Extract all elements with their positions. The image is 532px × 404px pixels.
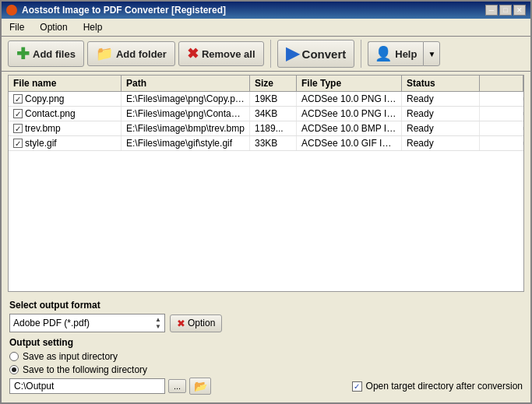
add-folder-icon: 📁 [96, 45, 113, 62]
row-filetype: ACDSee 10.0 PNG Image [297, 92, 402, 106]
menu-bar: File Option Help [2, 19, 530, 37]
row-size: 34KB [250, 107, 297, 121]
window-title: Aostsoft Image to PDF Converter [Registe… [22, 5, 226, 16]
output-format-label: Select output format [9, 300, 523, 311]
radio-row-1: Save as input directory [9, 351, 523, 362]
folder-icon: 📂 [194, 380, 207, 392]
help-button[interactable]: 👤 Help [368, 41, 423, 66]
open-target-checkbox-row: Open target directory after conversion [352, 381, 523, 392]
window-controls: ─ □ ✕ [485, 5, 526, 16]
radio-save-input-dir[interactable] [9, 352, 19, 361]
format-arrows[interactable]: ▲ ▼ [155, 316, 161, 330]
row-path: E:\Files\image\bmp\trev.bmp [122, 121, 250, 135]
radio-save-following-label: Save to the following directory [23, 364, 147, 375]
open-target-checkbox[interactable] [352, 381, 362, 392]
table-row[interactable]: Contact.png E:\Files\image\png\Contact..… [9, 107, 523, 121]
menu-help[interactable]: Help [79, 20, 107, 34]
row-extra [480, 127, 523, 130]
row-status: Ready [402, 136, 480, 150]
help-button-group: 👤 Help ▼ [368, 41, 440, 66]
remove-all-button[interactable]: ✖ Remove all [178, 41, 264, 66]
row-path: E:\Files\image\png\Contact.... [122, 107, 250, 121]
convert-label: Convert [302, 47, 347, 61]
row-filetype: ACDSee 10.0 GIF Image [297, 136, 402, 150]
row-extra [480, 112, 523, 115]
main-window: Aostsoft Image to PDF Converter [Registe… [0, 0, 532, 404]
output-setting: Save as input directory Save to the foll… [9, 351, 523, 395]
open-target-label: Open target directory after conversion [366, 381, 523, 392]
col-header-filename: File name [9, 76, 122, 91]
app-icon [6, 5, 17, 16]
title-bar: Aostsoft Image to PDF Converter [Registe… [2, 2, 530, 19]
help-label: Help [395, 48, 417, 60]
output-setting-label: Output setting [9, 337, 523, 348]
row-filename: Contact.png [25, 108, 76, 119]
row-size: 33KB [250, 136, 297, 150]
row-filename: trev.bmp [25, 123, 61, 134]
row-path: E:\Files\image\gif\style.gif [122, 136, 250, 150]
row-status: Ready [402, 107, 480, 121]
dir-input[interactable] [9, 378, 165, 394]
bottom-panel: Select output format Adobe PDF (*.pdf) ▲… [2, 295, 530, 402]
dir-row: ... 📂 [9, 378, 211, 395]
table-header: File name Path Size File Type Status [9, 76, 523, 92]
col-header-path: Path [122, 76, 250, 91]
row-status: Ready [402, 121, 480, 135]
add-folder-button[interactable]: 📁 Add folder [87, 41, 175, 66]
remove-all-icon: ✖ [187, 45, 199, 62]
table-row[interactable]: Copy.png E:\Files\image\png\Copy.png 19K… [9, 92, 523, 107]
row-filename: style.gif [25, 138, 57, 149]
toolbar-separator [270, 40, 271, 68]
row-filetype: ACDSee 10.0 PNG Image [297, 107, 402, 121]
toolbar-separator-2 [361, 40, 361, 68]
menu-file[interactable]: File [5, 20, 29, 34]
remove-all-label: Remove all [202, 48, 255, 60]
row-status: Ready [402, 92, 480, 106]
chevron-down-icon: ▼ [428, 50, 435, 58]
add-files-label: Add files [33, 48, 76, 60]
row-extra [480, 142, 523, 145]
row-checkbox[interactable] [13, 139, 23, 148]
col-header-status: Status [402, 76, 480, 91]
option-label: Option [188, 318, 215, 328]
format-value: Adobe PDF (*.pdf) [13, 318, 152, 328]
menu-option[interactable]: Option [35, 20, 72, 34]
table-row[interactable]: trev.bmp E:\Files\image\bmp\trev.bmp 118… [9, 121, 523, 136]
add-files-button[interactable]: ✚ Add files [8, 40, 84, 67]
row-extra [480, 97, 523, 100]
radio-save-following-dir[interactable] [9, 365, 19, 374]
add-folder-label: Add folder [116, 48, 167, 60]
row-path: E:\Files\image\png\Copy.png [122, 92, 250, 106]
format-select[interactable]: Adobe PDF (*.pdf) ▲ ▼ [9, 314, 165, 332]
minimize-button[interactable]: ─ [485, 5, 498, 16]
row-checkbox[interactable] [13, 109, 23, 118]
option-icon: ✖ [177, 318, 185, 329]
maximize-button[interactable]: □ [499, 5, 512, 16]
row-size: 19KB [250, 92, 297, 106]
format-row: Adobe PDF (*.pdf) ▲ ▼ ✖ Option [9, 314, 523, 332]
option-button[interactable]: ✖ Option [170, 314, 222, 332]
dir-and-checkbox-row: ... 📂 Open target directory after conver… [9, 378, 523, 395]
row-checkbox[interactable] [13, 124, 23, 133]
convert-icon: ▶ [286, 44, 299, 64]
file-table: File name Path Size File Type Status Cop… [8, 75, 524, 292]
col-header-size: Size [250, 76, 297, 91]
radio-save-input-label: Save as input directory [23, 351, 118, 362]
radio-row-2: Save to the following directory [9, 364, 523, 375]
open-folder-button[interactable]: 📂 [189, 378, 211, 395]
col-header-filetype: File Type [297, 76, 402, 91]
table-row[interactable]: style.gif E:\Files\image\gif\style.gif 3… [9, 136, 523, 151]
close-button[interactable]: ✕ [513, 5, 526, 16]
add-files-icon: ✚ [16, 44, 30, 63]
row-filename: Copy.png [25, 93, 64, 104]
col-header-extra [480, 76, 523, 91]
row-checkbox[interactable] [13, 94, 23, 104]
convert-button[interactable]: ▶ Convert [277, 40, 355, 68]
row-size: 1189... [250, 121, 297, 135]
help-icon: 👤 [375, 45, 392, 62]
table-body: Copy.png E:\Files\image\png\Copy.png 19K… [9, 92, 523, 291]
help-dropdown-button[interactable]: ▼ [423, 41, 440, 66]
browse-button[interactable]: ... [168, 379, 186, 393]
toolbar: ✚ Add files 📁 Add folder ✖ Remove all ▶ … [2, 37, 530, 72]
row-filetype: ACDSee 10.0 BMP Image [297, 121, 402, 135]
